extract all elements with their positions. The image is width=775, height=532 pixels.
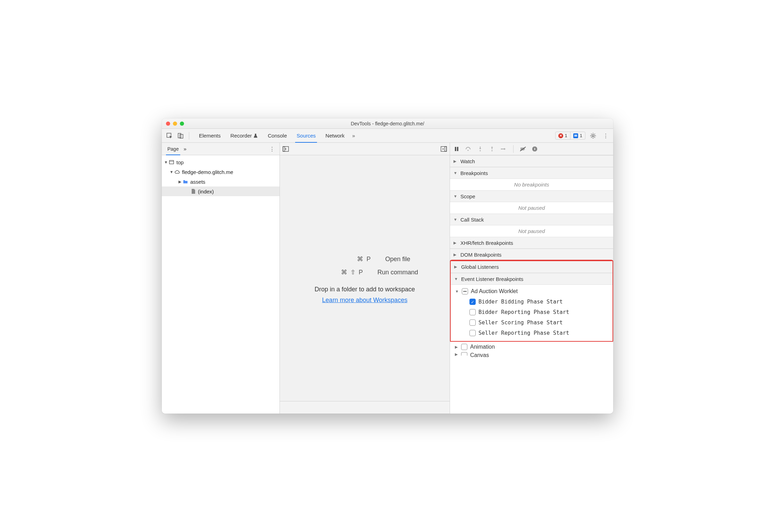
svg-rect-20 bbox=[534, 148, 535, 150]
cloud-icon bbox=[174, 169, 180, 175]
folder-icon bbox=[183, 179, 188, 184]
section-dom-breakpoints[interactable]: ▶ DOM Breakpoints bbox=[450, 249, 613, 260]
step-icon[interactable] bbox=[501, 147, 507, 151]
svg-point-3 bbox=[592, 135, 594, 137]
tab-console[interactable]: Console bbox=[263, 129, 292, 143]
tree-top-frame[interactable]: ▼ top bbox=[162, 157, 280, 167]
pause-on-exceptions-icon[interactable] bbox=[532, 146, 538, 152]
tab-recorder[interactable]: Recorder bbox=[226, 129, 263, 143]
checkbox-checked-icon[interactable] bbox=[469, 299, 476, 305]
disclosure-triangle-icon: ▶ bbox=[453, 159, 458, 164]
inspect-element-icon[interactable] bbox=[165, 131, 174, 141]
tab-network[interactable]: Network bbox=[320, 129, 349, 143]
deactivate-breakpoints-icon[interactable] bbox=[520, 147, 526, 151]
elb-group-label: Canvas bbox=[470, 352, 489, 358]
tree-folder-assets[interactable]: ▶ assets bbox=[162, 177, 280, 186]
section-global-listeners[interactable]: ▶ Global Listeners bbox=[451, 261, 612, 273]
section-breakpoints[interactable]: ▼ Breakpoints bbox=[450, 167, 613, 179]
main-toolbar: Elements Recorder Console Sources Networ… bbox=[162, 129, 613, 143]
pause-icon[interactable] bbox=[453, 147, 460, 151]
disclosure-triangle-icon: ▼ bbox=[455, 289, 459, 293]
callstack-empty: Not paused bbox=[450, 225, 613, 237]
more-options-icon[interactable]: ⋮ bbox=[601, 131, 610, 141]
editor-footer bbox=[280, 401, 450, 414]
checkbox-indeterminate-icon[interactable] bbox=[462, 288, 468, 294]
section-label: XHR/fetch Breakpoints bbox=[460, 240, 513, 246]
devtools-window: DevTools - fledge-demo.glitch.me/ Elemen… bbox=[162, 118, 613, 414]
more-tabs-icon[interactable]: » bbox=[349, 133, 358, 139]
svg-point-16 bbox=[491, 150, 492, 151]
tab-sources[interactable]: Sources bbox=[292, 129, 320, 143]
frame-icon bbox=[169, 159, 174, 165]
tree-domain-label: fledge-demo.glitch.me bbox=[182, 169, 233, 175]
issue-counter[interactable]: ✕ 1 1 bbox=[555, 132, 585, 140]
tree-top-label: top bbox=[176, 159, 184, 165]
elb-group-ad-auction-worklet[interactable]: ▼ Ad Auction Worklet bbox=[451, 286, 612, 297]
shortcut-keys: ⌘ P bbox=[319, 255, 371, 263]
section-label: Event Listener Breakpoints bbox=[461, 276, 523, 282]
checkbox-icon[interactable] bbox=[469, 319, 476, 326]
svg-rect-11 bbox=[457, 147, 458, 151]
disclosure-triangle-icon: ▼ bbox=[169, 170, 174, 174]
device-toolbar-icon[interactable] bbox=[176, 131, 185, 141]
editor-panel: ⌘ P Open file ⌘ ⇧ P Run command Drop in … bbox=[280, 143, 450, 414]
tree-folder-label: assets bbox=[190, 179, 205, 185]
navigator-panel: Page » ⋮ ▼ top ▼ fledge-demo.glitch.me ▶ bbox=[162, 143, 280, 414]
checkbox-icon[interactable] bbox=[469, 330, 476, 336]
elb-item-bidder-reporting[interactable]: Bidder Reporting Phase Start bbox=[451, 307, 612, 317]
section-label: Watch bbox=[460, 158, 475, 164]
shortcut-open-file: ⌘ P Open file bbox=[319, 255, 410, 263]
tree-domain[interactable]: ▼ fledge-demo.glitch.me bbox=[162, 167, 280, 177]
disclosure-triangle-icon: ▼ bbox=[453, 194, 458, 198]
section-label: DOM Breakpoints bbox=[460, 252, 501, 258]
elb-group-animation[interactable]: ▶ Animation bbox=[450, 342, 613, 352]
svg-rect-4 bbox=[169, 160, 174, 164]
settings-icon[interactable] bbox=[588, 131, 598, 141]
svg-rect-1 bbox=[178, 133, 181, 138]
tree-file-index[interactable]: (index) bbox=[162, 186, 280, 196]
checkbox-icon[interactable] bbox=[469, 309, 476, 315]
step-over-icon[interactable] bbox=[465, 147, 472, 151]
disclosure-triangle-icon: ▶ bbox=[178, 180, 182, 184]
disclosure-triangle-icon: ▶ bbox=[454, 345, 458, 349]
step-into-icon[interactable] bbox=[477, 146, 483, 152]
navigator-tab-page[interactable]: Page bbox=[165, 143, 182, 155]
navigator-more-tabs-icon[interactable]: » bbox=[184, 146, 186, 152]
tab-elements[interactable]: Elements bbox=[194, 129, 226, 143]
workspaces-learn-more-link[interactable]: Learn more about Workspaces bbox=[322, 297, 408, 304]
disclosure-triangle-icon: ▼ bbox=[454, 277, 458, 281]
svg-rect-10 bbox=[455, 147, 456, 151]
section-label: Breakpoints bbox=[460, 170, 488, 176]
elb-item-bidder-bidding[interactable]: Bidder Bidding Phase Start bbox=[451, 297, 612, 307]
panel-tabs: Elements Recorder Console Sources Networ… bbox=[194, 129, 358, 143]
section-watch[interactable]: ▶ Watch bbox=[450, 155, 613, 167]
section-call-stack[interactable]: ▼ Call Stack bbox=[450, 214, 613, 225]
section-xhr-breakpoints[interactable]: ▶ XHR/fetch Breakpoints bbox=[450, 237, 613, 249]
shortcut-desc: Open file bbox=[385, 256, 410, 263]
svg-point-12 bbox=[467, 150, 468, 151]
elb-group-label: Ad Auction Worklet bbox=[471, 288, 518, 294]
toolbar-right: ✕ 1 1 ⋮ bbox=[555, 131, 610, 141]
shortcut-keys: ⌘ ⇧ P bbox=[311, 268, 364, 276]
elb-group-label: Animation bbox=[470, 344, 495, 350]
show-navigator-icon[interactable] bbox=[283, 146, 289, 152]
elb-item-seller-reporting[interactable]: Seller Reporting Phase Start bbox=[451, 328, 612, 338]
elb-group-canvas[interactable]: ▶ Canvas bbox=[450, 352, 613, 358]
show-debugger-icon[interactable] bbox=[441, 146, 447, 152]
section-event-listener-breakpoints[interactable]: ▼ Event Listener Breakpoints bbox=[451, 273, 612, 285]
separator bbox=[189, 132, 189, 140]
section-label: Scope bbox=[460, 193, 475, 199]
messages-pill[interactable]: 1 bbox=[570, 132, 585, 139]
errors-pill[interactable]: ✕ 1 bbox=[556, 132, 570, 139]
checkbox-icon[interactable] bbox=[461, 352, 467, 356]
editor-placeholder: ⌘ P Open file ⌘ ⇧ P Run command Drop in … bbox=[280, 155, 450, 401]
step-out-icon[interactable] bbox=[489, 146, 495, 152]
checkbox-icon[interactable] bbox=[461, 344, 467, 350]
message-icon bbox=[573, 133, 578, 138]
navigator-options-icon[interactable]: ⋮ bbox=[267, 146, 277, 152]
elb-item-seller-scoring[interactable]: Seller Scoring Phase Start bbox=[451, 317, 612, 328]
elb-content: ▼ Ad Auction Worklet Bidder Bidding Phas… bbox=[451, 285, 612, 341]
svg-rect-9 bbox=[445, 147, 447, 151]
section-scope[interactable]: ▼ Scope bbox=[450, 190, 613, 202]
disclosure-triangle-icon: ▼ bbox=[164, 160, 168, 164]
